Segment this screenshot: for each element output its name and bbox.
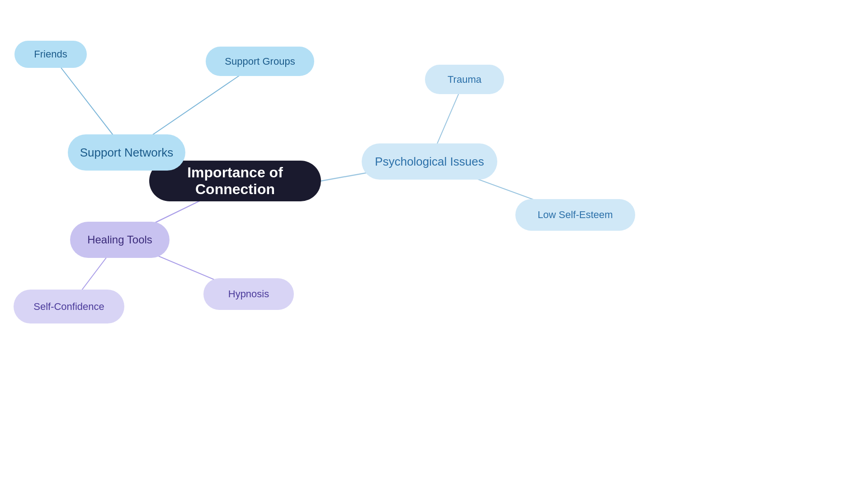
hypnosis-node[interactable]: Hypnosis <box>203 278 294 310</box>
self-confidence-node[interactable]: Self-Confidence <box>14 290 124 323</box>
psychological-issues-label: Psychological Issues <box>375 155 484 169</box>
trauma-label: Trauma <box>448 74 481 86</box>
support-groups-node[interactable]: Support Groups <box>206 47 314 76</box>
center-label: Importance of Connection <box>149 164 321 198</box>
psychological-issues-node[interactable]: Psychological Issues <box>362 143 497 180</box>
hypnosis-label: Hypnosis <box>228 288 269 300</box>
low-self-esteem-node[interactable]: Low Self-Esteem <box>515 199 635 231</box>
friends-label: Friends <box>34 48 67 60</box>
healing-tools-label: Healing Tools <box>87 233 152 246</box>
self-confidence-label: Self-Confidence <box>33 301 104 313</box>
trauma-node[interactable]: Trauma <box>425 65 504 94</box>
support-groups-label: Support Groups <box>225 56 295 67</box>
low-self-esteem-label: Low Self-Esteem <box>538 209 613 221</box>
friends-node[interactable]: Friends <box>14 41 87 68</box>
healing-tools-node[interactable]: Healing Tools <box>70 222 170 258</box>
support-networks-node[interactable]: Support Networks <box>68 134 185 171</box>
support-networks-label: Support Networks <box>80 146 174 160</box>
